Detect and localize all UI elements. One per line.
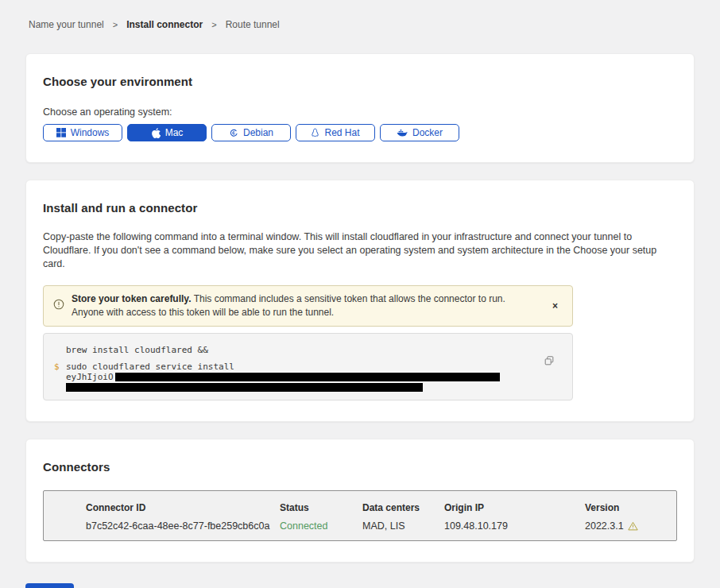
token-warning-title: Store your token carefully. — [72, 293, 192, 304]
redacted-token-bar — [66, 383, 423, 392]
connectors-table: Connector ID Status Data centers Origin … — [43, 490, 677, 541]
token-warning-text: Store your token carefully. This command… — [72, 292, 532, 319]
os-button-mac[interactable]: Mac — [127, 124, 207, 141]
breadcrumb-separator: > — [211, 20, 216, 29]
tunnel-setup-page: Name your tunnel > Install connector > R… — [0, 0, 720, 588]
docker-whale-icon — [397, 129, 408, 137]
os-select-label: Choose an operating system: — [43, 106, 677, 118]
origin-ip-value: 109.48.10.179 — [444, 520, 585, 532]
breadcrumb-separator: > — [113, 20, 118, 29]
column-header-version: Version — [585, 502, 668, 513]
redacted-token-bar — [115, 373, 500, 381]
shell-prompt: $ — [54, 362, 60, 372]
os-button-label: Red Hat — [324, 127, 359, 138]
apple-icon — [151, 128, 161, 138]
token-warning-banner: Store your token carefully. This command… — [43, 285, 573, 327]
breadcrumb: Name your tunnel > Install connector > R… — [25, 0, 695, 30]
os-button-redhat[interactable]: Red Hat — [296, 124, 375, 141]
os-button-docker[interactable]: Docker — [380, 124, 459, 141]
token-prefix: eyJhIjoiO — [66, 372, 114, 382]
os-button-label: Docker — [412, 127, 443, 138]
status-badge: Connected — [280, 520, 362, 532]
os-button-group: Windows Mac Debian Red Hat — [43, 124, 677, 141]
code-line-token: eyJhIjoiO — [66, 372, 525, 382]
connector-id-value: b7c52c42-6caa-48ee-8c77-fbe259cb6c0a — [86, 520, 280, 532]
code-line-brew: brew install cloudflared && — [66, 345, 525, 355]
os-button-windows[interactable]: Windows — [43, 124, 122, 141]
connectors-card: Connectors Connector ID Status Data cent… — [25, 439, 695, 563]
windows-icon — [56, 128, 66, 137]
install-connector-card: Install and run a connector Copy-paste t… — [25, 180, 695, 422]
os-button-label: Debian — [243, 127, 273, 138]
breadcrumb-step-route-tunnel[interactable]: Route tunnel — [226, 19, 280, 30]
column-header-data-centers: Data centers — [362, 502, 444, 513]
code-line-sudo: sudo cloudflared service install — [66, 362, 525, 372]
install-instructions: Copy-paste the following command into a … — [43, 230, 677, 271]
breadcrumb-step-install-connector[interactable]: Install connector — [126, 19, 203, 30]
close-icon[interactable]: × — [549, 299, 561, 313]
version-cell: 2022.3.1 — [585, 520, 668, 532]
install-command-code-block: brew install cloudflared && $ sudo cloud… — [43, 333, 573, 400]
table-row: b7c52c42-6caa-48ee-8c77-fbe259cb6c0a Con… — [44, 520, 676, 532]
version-value: 2022.3.1 — [585, 520, 624, 532]
os-button-debian[interactable]: Debian — [211, 124, 291, 141]
column-header-connector-id: Connector ID — [86, 502, 280, 513]
column-header-origin-ip: Origin IP — [444, 502, 585, 513]
data-centers-value: MAD, LIS — [362, 520, 444, 532]
debian-swirl-icon — [229, 128, 238, 137]
breadcrumb-step-name-your-tunnel[interactable]: Name your tunnel — [29, 19, 104, 30]
environment-card-title: Choose your environment — [43, 75, 677, 88]
copy-icon[interactable] — [544, 355, 555, 369]
environment-card: Choose your environment Choose an operat… — [25, 53, 695, 163]
redhat-penguin-icon — [311, 128, 319, 138]
os-button-label: Windows — [71, 127, 110, 138]
info-circle-icon — [53, 299, 64, 313]
warning-triangle-icon[interactable] — [628, 521, 638, 531]
connectors-card-title: Connectors — [43, 460, 677, 474]
column-header-status: Status — [280, 502, 362, 513]
connectors-table-header: Connector ID Status Data centers Origin … — [44, 502, 676, 513]
install-card-title: Install and run a connector — [43, 201, 677, 215]
next-button[interactable]: Next — [25, 583, 74, 588]
os-button-label: Mac — [165, 127, 184, 138]
